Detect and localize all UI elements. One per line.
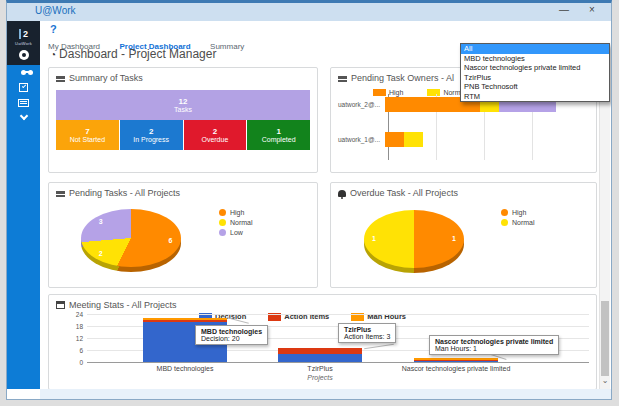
window-title: U@Work xyxy=(35,5,76,16)
column[interactable] xyxy=(414,358,498,362)
tooltip-value: Action Items: 3 xyxy=(344,333,390,340)
column-segment[interactable] xyxy=(278,354,362,362)
tooltip-title: TzirPlus xyxy=(344,326,390,333)
tile-label: Overdue xyxy=(184,136,247,143)
panel-overdue-task: Overdue Task - All Projects 11 HighNorma… xyxy=(330,182,597,288)
gauge-icon: ◔ xyxy=(50,49,56,60)
x-axis-label: MBD technologies xyxy=(115,365,255,372)
chart-icon xyxy=(56,74,65,82)
tooltip-title: MBD technologies xyxy=(201,328,262,335)
page-title-row: ◔Dashboard - Project Manager xyxy=(50,47,216,61)
sidebar-item-tasks[interactable] xyxy=(7,80,40,95)
bar-stack xyxy=(385,132,423,147)
bar-row: uatwork_1@... xyxy=(331,132,423,147)
dropdown-item[interactable]: Nascor technologies private limited xyxy=(461,63,609,73)
tooltip-value: Man Hours: 1 xyxy=(435,345,477,352)
tooltip-value: Decision: 20 xyxy=(201,335,240,342)
project-filter-dropdown[interactable]: AllMBD technologiesNascor technologies p… xyxy=(460,43,610,102)
legend-label: High xyxy=(230,209,244,216)
tile-value: 2 xyxy=(120,127,183,136)
tile-value: 1 xyxy=(247,127,310,136)
tile-value: 2 xyxy=(184,127,247,136)
dropdown-item[interactable]: All xyxy=(461,44,609,54)
legend-item: High xyxy=(501,209,535,216)
tile-not-started[interactable]: 7 Not Started xyxy=(56,120,119,150)
legend-label: High xyxy=(512,209,526,216)
tile-label: Completed xyxy=(247,136,310,143)
column-segment[interactable] xyxy=(414,361,498,362)
sidebar-item-more[interactable] xyxy=(7,110,40,125)
pie-surface[interactable] xyxy=(364,210,464,268)
dropdown-item[interactable]: RTM xyxy=(461,92,609,102)
vertical-scrollbar[interactable]: ⌄ xyxy=(599,63,610,389)
legend-swatch xyxy=(501,219,508,226)
bar-row-label: uatwork_1@... xyxy=(331,136,384,143)
minimize-button[interactable]: — xyxy=(557,4,571,15)
titlebar[interactable]: U@Work — × xyxy=(7,3,611,21)
summary-total-tile[interactable]: 12 Tasks xyxy=(56,90,310,120)
legend-item: Normal xyxy=(501,219,535,226)
scrollbar-down-arrow[interactable]: ⌄ xyxy=(600,376,610,389)
main-content: ? My Dashboard Project Dashboard Summary… xyxy=(40,21,611,389)
total-label: Tasks xyxy=(56,106,310,113)
legend-label: Normal xyxy=(230,219,253,226)
sidebar: 2 UatWork xyxy=(7,21,40,389)
bar-segment[interactable] xyxy=(404,132,423,147)
pending-pie-legend: HighNormalLow xyxy=(219,209,253,239)
logo-icon: 2 xyxy=(19,29,28,39)
help-button[interactable]: ? xyxy=(50,23,57,35)
sidebar-item-dashboard[interactable] xyxy=(7,45,40,65)
tile-overdue[interactable]: 2 Overdue xyxy=(184,120,247,150)
dropdown-item[interactable]: MBD technologies xyxy=(461,54,609,64)
overdue-pie[interactable]: 11 xyxy=(364,209,464,279)
pie-value-label: 2 xyxy=(99,250,103,257)
app-window: U@Work — × 2 UatWork ? My Dashboard Proj… xyxy=(6,0,612,400)
tile-in-progress[interactable]: 2 In Progress xyxy=(120,120,183,150)
bar-segment[interactable] xyxy=(385,132,404,147)
chart-icon xyxy=(56,189,65,197)
sidebar-item-projects[interactable] xyxy=(7,65,40,80)
bell-icon xyxy=(338,190,346,197)
legend-swatch xyxy=(219,209,226,216)
legend-item: Normal xyxy=(219,219,253,226)
tile-label: Not Started xyxy=(56,136,119,143)
dropdown-item[interactable]: TzirPlus xyxy=(461,73,609,83)
pending-pie[interactable]: 623 xyxy=(81,208,181,278)
legend-swatch xyxy=(501,209,508,216)
tile-value: 7 xyxy=(56,127,119,136)
panel-summary-of-tasks: Summary of Tasks 12 Tasks 7 Not Started … xyxy=(48,67,318,173)
sidebar-item-cards[interactable] xyxy=(7,95,40,110)
legend-swatch xyxy=(219,219,226,226)
panel-title: Overdue Task - All Projects xyxy=(350,188,458,198)
tooltip-tzirplus: TzirPlus Action Items: 3 xyxy=(338,323,396,343)
pie-value-label: 1 xyxy=(452,235,456,242)
x-axis-label: TzirPlus xyxy=(250,365,390,372)
pie-value-label: 1 xyxy=(372,235,376,242)
total-value: 12 xyxy=(56,97,310,106)
tooltip-title: Nascor technologies private limited xyxy=(435,338,553,345)
x-axis-title: Projects xyxy=(250,374,390,381)
panel-title: Summary of Tasks xyxy=(69,73,143,83)
status-bar xyxy=(40,389,611,399)
checkbox-icon xyxy=(19,83,28,92)
close-button[interactable]: × xyxy=(585,4,599,15)
scrollbar-thumb[interactable] xyxy=(601,301,609,381)
tile-completed[interactable]: 1 Completed xyxy=(247,120,310,150)
pie-surface[interactable] xyxy=(81,209,181,267)
panel-header: Overdue Task - All Projects xyxy=(331,183,596,198)
pie-value-label: 6 xyxy=(169,237,173,244)
dropdown-item[interactable]: PNB Technosoft xyxy=(461,82,609,92)
glasses-icon xyxy=(21,70,26,75)
bar-row-label: uatwork_2@... xyxy=(331,101,384,108)
legend-label: Low xyxy=(230,229,243,236)
summary-tiles: 7 Not Started 2 In Progress 2 Overdue 1 … xyxy=(56,120,310,150)
chevron-down-icon xyxy=(19,112,27,120)
column[interactable] xyxy=(278,348,362,362)
legend-label: Normal xyxy=(512,219,535,226)
app-logo[interactable]: 2 UatWork xyxy=(7,21,40,45)
x-axis-label: Nascor technologies private limited xyxy=(386,365,526,372)
panel-header: Summary of Tasks xyxy=(49,68,317,83)
tooltip-nascor: Nascor technologies private limited Man … xyxy=(429,335,559,355)
panel-pending-tasks: Pending Tasks - All Projects 623 HighNor… xyxy=(48,182,318,288)
legend-item: High xyxy=(219,209,253,216)
